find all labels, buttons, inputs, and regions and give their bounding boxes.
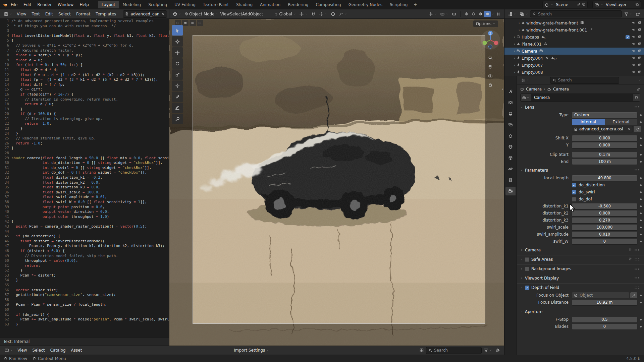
code-line[interactable]: 47 Pcam.x, Pcam.y, distortion_k1, distor… xyxy=(0,244,169,249)
outliner-filter[interactable] xyxy=(623,11,634,17)
chevron-down-icon[interactable] xyxy=(9,13,12,15)
viewport-menu-select[interactable]: Select xyxy=(230,12,242,16)
chevron-down-icon[interactable] xyxy=(527,79,529,81)
asset-menu-asset[interactable]: Asset xyxy=(68,347,85,353)
render-icon[interactable] xyxy=(638,63,642,67)
snap-toggle[interactable] xyxy=(310,11,317,17)
expand-arrow-icon[interactable]: › xyxy=(513,42,517,46)
properties-tab-view-layer[interactable] xyxy=(505,120,516,129)
viewport-menu-view[interactable]: View xyxy=(220,12,230,16)
chevron-down-icon[interactable] xyxy=(434,13,437,15)
outliner-id-filter[interactable] xyxy=(518,11,529,17)
new-collection-icon[interactable] xyxy=(636,12,640,16)
workspace-tab-rendering[interactable]: Rendering xyxy=(284,1,312,8)
chevron-down-icon[interactable] xyxy=(600,3,603,6)
do_distortion-checkbox[interactable] xyxy=(572,183,576,187)
aperture-f-stop-field[interactable]: 0.5 xyxy=(572,317,637,322)
workspace-tab-modeling[interactable]: Modeling xyxy=(119,1,145,8)
code-line[interactable]: 45 if (do_distortion) { xyxy=(0,234,169,239)
panel-background-images[interactable]: Background Images xyxy=(517,264,644,273)
proportional-falloff-dropdown[interactable] xyxy=(337,11,348,17)
code-line[interactable]: 62 Pcam += swirl_amplitude * noise("perl… xyxy=(0,317,169,322)
tool-move[interactable] xyxy=(172,47,183,58)
breadcrumb-data[interactable]: Camera xyxy=(553,87,569,92)
sidebar-collapse-arrow[interactable]: ‹ xyxy=(502,86,503,92)
eye-icon[interactable] xyxy=(632,28,636,32)
code-line[interactable]: 29shader camera(float focal_length = 50.… xyxy=(0,156,169,161)
asset-settings[interactable] xyxy=(494,347,501,353)
copy-icon[interactable] xyxy=(635,3,639,6)
code-line[interactable]: 61 if (do_swirl) { xyxy=(0,312,169,317)
chevron-down-icon[interactable] xyxy=(446,13,448,15)
do_swirl-checkbox[interactable] xyxy=(572,190,576,194)
code-line[interactable]: 39 output point position = 0.0, xyxy=(0,205,169,210)
copy-icon[interactable] xyxy=(582,3,586,6)
code-line[interactable]: 49 // Distortion model failed, skip the … xyxy=(0,254,169,259)
decorator-dot[interactable] xyxy=(640,137,642,139)
custom-mode-segment[interactable]: InternalExternal xyxy=(572,119,637,125)
topbar-menu-help[interactable]: Help xyxy=(76,2,92,8)
code-line[interactable]: 26 return -1.0; xyxy=(0,141,169,146)
tool-transform[interactable] xyxy=(172,80,183,91)
expand-arrow-icon[interactable]: › xyxy=(517,28,521,32)
lens-row-y-field[interactable]: 0.000 xyxy=(572,142,637,148)
code-line[interactable]: 16 if (fabs(diff) < 1e-7) { xyxy=(0,92,169,97)
texteditor-menu-text[interactable]: Text xyxy=(29,11,42,17)
decorator-dot[interactable] xyxy=(640,144,642,146)
param-swirl-amplitude-field[interactable]: 0.010 xyxy=(572,232,637,237)
code-line[interactable]: 15 d -= diff; xyxy=(0,87,169,92)
outliner-row-empty-004[interactable]: ›Empty.00417 xyxy=(504,55,644,62)
topbar-menu-edit[interactable]: Edit xyxy=(20,2,34,8)
asset-menu-catalog[interactable]: Catalog xyxy=(48,347,68,353)
camera-view-gizmo-icon[interactable] xyxy=(488,73,493,78)
expand-arrow-icon[interactable]: › xyxy=(513,56,517,60)
render-icon[interactable] xyxy=(638,28,642,32)
eye-icon[interactable] xyxy=(632,21,636,24)
code-line[interactable]: 5{ xyxy=(0,38,169,43)
code-line[interactable]: 27} xyxy=(0,146,169,151)
texteditor-menu-select[interactable]: Select xyxy=(56,11,73,17)
asset-search[interactable]: Search xyxy=(426,347,482,354)
code-line[interactable]: 2 * of things you can do with custom cam… xyxy=(0,24,169,29)
code-line[interactable]: 1/* An advanced perspective camera, impl… xyxy=(0,19,169,24)
texteditor-menu-templates[interactable]: Templates xyxy=(93,11,119,17)
decorator-dot[interactable] xyxy=(640,177,642,179)
tool-cursor[interactable] xyxy=(172,36,183,47)
navigation-gizmo[interactable]: Z xyxy=(481,30,500,50)
text-datablock[interactable]: advanced_camera.os xyxy=(123,10,167,18)
code-line[interactable]: 28 xyxy=(0,151,169,156)
expand-arrow-icon[interactable]: › xyxy=(517,21,521,25)
properties-tab-output[interactable] xyxy=(505,109,516,118)
workspace-tab-sculpting[interactable]: Sculpting xyxy=(145,1,171,8)
eye-icon[interactable] xyxy=(632,35,636,39)
viewport-menu-add[interactable]: Add xyxy=(242,12,250,16)
zoom-gizmo-icon[interactable] xyxy=(488,55,493,60)
chevron-down-icon[interactable] xyxy=(630,13,632,15)
chevron-down-icon[interactable] xyxy=(489,349,492,352)
code-line[interactable]: 32 int do_dof = 0 [[ string widget = "ch… xyxy=(0,170,169,175)
panel-camera[interactable]: Camera xyxy=(517,246,644,254)
expand-arrow-icon[interactable]: › xyxy=(513,63,517,67)
tool-tweak-select[interactable] xyxy=(172,25,183,36)
code-line[interactable]: 14 float diff = f / fp; xyxy=(0,82,169,87)
new-collection-button[interactable] xyxy=(634,11,642,17)
id-name-field[interactable]: Camera xyxy=(520,94,640,102)
shading-solid-button[interactable] xyxy=(470,11,477,17)
code-line[interactable]: 4float invertDistortionModel(float x, fl… xyxy=(0,34,169,39)
texteditor-menu-format[interactable]: Format xyxy=(73,11,93,17)
dof-focus-distance-field[interactable]: 16.92 m xyxy=(572,300,637,305)
import-settings-dropdown[interactable]: Import Settings xyxy=(232,347,270,353)
code-line[interactable]: 52 } xyxy=(0,268,169,273)
decorator-dot[interactable] xyxy=(640,220,642,221)
mode-dropdown[interactable]: Object Mode xyxy=(183,11,220,17)
workspace-tab-layout[interactable]: Layout xyxy=(98,1,119,8)
code-line[interactable]: 56 vector sensor_size; xyxy=(0,288,169,293)
decorator-dot[interactable] xyxy=(640,234,642,235)
decorator-dot[interactable] xyxy=(640,319,642,320)
lens-row-shift-x-field[interactable]: 0.000 xyxy=(572,135,637,141)
code-line[interactable]: 19 } xyxy=(0,107,169,112)
code-line[interactable]: 48 if (distort < 0.0) { xyxy=(0,249,169,254)
snap-target-dropdown[interactable] xyxy=(318,11,329,17)
shading-rendered-button[interactable] xyxy=(484,11,491,17)
properties-tab-object-data[interactable] xyxy=(505,187,516,195)
